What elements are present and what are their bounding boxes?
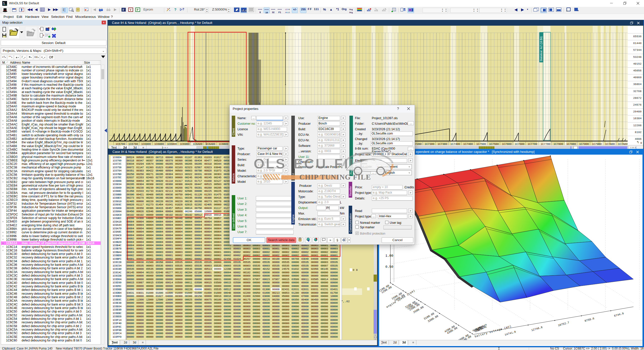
svg-text:12746.8: 12746.8 [531, 326, 543, 332]
svg-text:F: F [123, 8, 124, 12]
svg-text:8758.6: 8758.6 [584, 317, 595, 322]
svg-text:6744.9: 6744.9 [614, 312, 624, 317]
svg-text:5: 5 [3, 2, 5, 6]
svg-text:V: V [130, 8, 132, 12]
svg-text:1.00: 1.00 [385, 254, 393, 258]
svg-text:10752.7: 10752.7 [558, 321, 570, 327]
svg-text:14741.0: 14741.0 [504, 330, 516, 336]
svg-text:0.50: 0.50 [385, 265, 393, 269]
svg-text:P: P [137, 8, 138, 12]
svg-text:IHL..: IHL.. [99, 11, 102, 12]
